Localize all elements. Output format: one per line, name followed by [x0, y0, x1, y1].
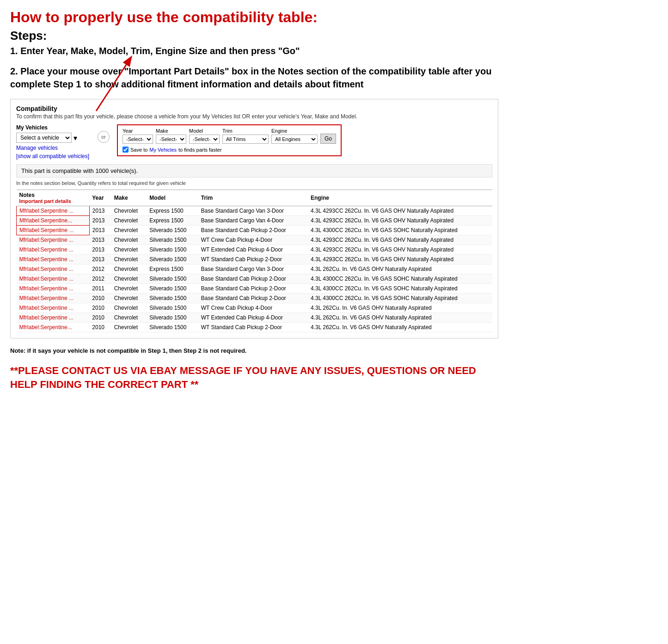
year-cell: 2013 — [89, 216, 111, 226]
make-cell: Chevrolet — [111, 274, 147, 284]
go-button[interactable]: Go — [320, 134, 336, 144]
ymm-row: Year -Select- Make -Select- Model -Selec… — [123, 128, 336, 144]
notes-cell: Mfrlabel:Serpentine ... — [17, 294, 90, 303]
show-all-link[interactable]: [show all compatible vehicles] — [16, 153, 90, 159]
notes-cell: Mfrlabel:Serpentine ... — [17, 235, 90, 245]
note-text: Note: if it says your vehicle is not com… — [10, 347, 498, 355]
make-header: Make — [111, 190, 147, 206]
table-row: Mfrlabel:Serpentine ... 2013 Chevrolet S… — [17, 235, 493, 245]
make-cell: Chevrolet — [111, 255, 147, 264]
trim-cell: WT Standard Cab Pickup 2-Door — [198, 323, 308, 332]
make-select[interactable]: -Select- — [156, 135, 186, 144]
table-row: Mfrlabel:Serpentine... 2013 Chevrolet Ex… — [17, 216, 493, 226]
save-text: Save to — [130, 147, 147, 153]
make-cell: Chevrolet — [111, 323, 147, 332]
model-field: Model -Select- — [189, 128, 220, 144]
compatibility-box: Compatibility To confirm that this part … — [10, 99, 498, 338]
model-cell: Silverado 1500 — [147, 226, 198, 235]
trim-cell: Base Standard Cab Pickup 2-Door — [198, 294, 308, 303]
model-cell: Silverado 1500 — [147, 284, 198, 294]
year-cell: 2013 — [89, 255, 111, 264]
year-header: Year — [89, 190, 111, 206]
table-row: Mfrlabel:Serpentine ... 2011 Chevrolet S… — [17, 284, 493, 294]
manage-vehicles-link[interactable]: Manage vehicles — [16, 145, 90, 151]
notes-cell: Mfrlabel:Serpentine ... — [17, 226, 90, 235]
notes-cell: Mfrlabel:Serpentine ... — [17, 303, 90, 313]
table-row: Mfrlabel:Serpentine ... 2010 Chevrolet S… — [17, 294, 493, 303]
trim-cell: WT Extended Cab Pickup 4-Door — [198, 313, 308, 323]
make-cell: Chevrolet — [111, 206, 147, 216]
notes-cell: Mfrlabel:Serpentine ... — [17, 313, 90, 323]
model-cell: Silverado 1500 — [147, 274, 198, 284]
trim-cell: Base Standard Cab Pickup 2-Door — [198, 274, 308, 284]
model-cell: Silverado 1500 — [147, 245, 198, 255]
contact-text: **PLEASE CONTACT US VIA EBAY MESSAGE IF … — [10, 364, 498, 393]
engine-select[interactable]: All Engines — [271, 135, 318, 144]
table-row: Mfrlabel:Serpentine ... 2010 Chevrolet S… — [17, 303, 493, 313]
trim-label: Trim — [222, 128, 269, 134]
notes-header: Notes Important part details — [17, 190, 90, 206]
notes-cell: Mfrlabel:Serpentine ... — [17, 206, 90, 216]
my-vehicles-label: My Vehicles — [16, 124, 90, 131]
engine-cell: 4.3L 4293CC 262Cu. In. V6 GAS OHV Natura… — [308, 206, 492, 216]
year-cell: 2010 — [89, 294, 111, 303]
year-cell: 2010 — [89, 303, 111, 313]
make-label: Make — [156, 128, 186, 134]
model-cell: Silverado 1500 — [147, 294, 198, 303]
year-label: Year — [123, 128, 153, 134]
engine-cell: 4.3L 262Cu. In. V6 GAS OHV Naturally Asp… — [308, 303, 492, 313]
year-cell: 2012 — [89, 274, 111, 284]
my-vehicles-link[interactable]: My Vehicles — [149, 147, 177, 153]
model-cell: Express 1500 — [147, 264, 198, 274]
table-row: Mfrlabel:Serpentine... 2010 Chevrolet Si… — [17, 323, 493, 332]
notes-cell: Mfrlabel:Serpentine ... — [17, 284, 90, 294]
make-cell: Chevrolet — [111, 313, 147, 323]
notes-cell: Mfrlabel:Serpentine ... — [17, 245, 90, 255]
make-cell: Chevrolet — [111, 245, 147, 255]
model-cell: Express 1500 — [147, 206, 198, 216]
table-header-row: Notes Important part details Year Make M… — [17, 190, 493, 206]
notes-cell: Mfrlabel:Serpentine ... — [17, 274, 90, 284]
vehicle-select[interactable]: Select a vehicle — [16, 133, 72, 143]
trim-select[interactable]: All Trims — [222, 135, 269, 144]
steps-heading: Steps: — [10, 29, 498, 43]
make-cell: Chevrolet — [111, 294, 147, 303]
compat-top: My Vehicles Select a vehicle ▾ Manage ve… — [16, 124, 492, 159]
save-checkbox[interactable] — [123, 147, 129, 153]
year-cell: 2013 — [89, 226, 111, 235]
or-circle: or — [98, 131, 110, 143]
step2-text: 2. Place your mouse over "Important Part… — [10, 65, 498, 91]
trim-cell: Base Standard Cab Pickup 2-Door — [198, 284, 308, 294]
model-cell: Silverado 1500 — [147, 303, 198, 313]
notes-cell: Mfrlabel:Serpentine ... — [17, 255, 90, 264]
main-title: How to properly use the compatibility ta… — [10, 8, 498, 26]
trim-cell: WT Crew Cab Pickup 4-Door — [198, 235, 308, 245]
engine-cell: 4.3L 4293CC 262Cu. In. V6 GAS OHV Natura… — [308, 235, 492, 245]
engine-cell: 4.3L 262Cu. In. V6 GAS OHV Naturally Asp… — [308, 323, 492, 332]
model-select[interactable]: -Select- — [189, 135, 220, 144]
trim-field: Trim All Trims — [222, 128, 269, 144]
trim-cell: WT Extended Cab Pickup 4-Door — [198, 245, 308, 255]
save-rest-text: to finds parts faster — [178, 147, 222, 153]
compat-note: In the notes section below, Quantity ref… — [16, 180, 492, 186]
model-cell: Silverado 1500 — [147, 255, 198, 264]
compat-title: Compatibility — [16, 105, 492, 112]
dropdown-arrow-icon: ▾ — [74, 134, 77, 142]
model-cell: Express 1500 — [147, 216, 198, 226]
table-row: Mfrlabel:Serpentine ... 2013 Chevrolet S… — [17, 245, 493, 255]
engine-header: Engine — [308, 190, 492, 206]
make-field: Make -Select- — [156, 128, 186, 144]
model-cell: Silverado 1500 — [147, 235, 198, 245]
table-row: Mfrlabel:Serpentine ... 2012 Chevrolet E… — [17, 264, 493, 274]
table-body: Mfrlabel:Serpentine ... 2013 Chevrolet E… — [17, 206, 493, 332]
engine-cell: 4.3L 4300CC 262Cu. In. V6 GAS SOHC Natur… — [308, 284, 492, 294]
engine-cell: 4.3L 4300CC 262Cu. In. V6 GAS SOHC Natur… — [308, 274, 492, 284]
vehicle-select-row: Select a vehicle ▾ — [16, 133, 90, 143]
compat-subtitle: To confirm that this part fits your vehi… — [16, 113, 492, 120]
year-select[interactable]: -Select- — [123, 135, 153, 144]
make-cell: Chevrolet — [111, 303, 147, 313]
table-row: Mfrlabel:Serpentine ... 2013 Chevrolet S… — [17, 255, 493, 264]
year-cell: 2011 — [89, 284, 111, 294]
compat-info-bar: This part is compatible with 1000 vehicl… — [16, 164, 492, 178]
year-cell: 2013 — [89, 206, 111, 216]
